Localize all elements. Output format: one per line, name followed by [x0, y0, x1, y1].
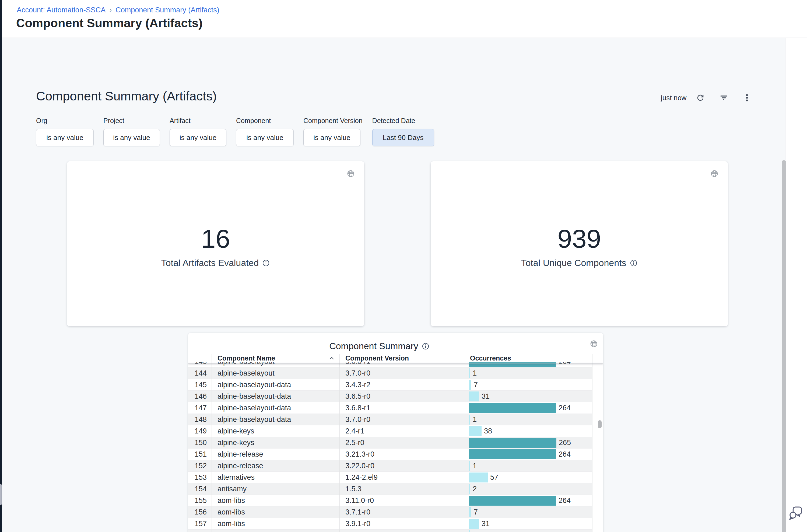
component-version-cell: 3.21.3-r0	[340, 450, 464, 458]
refresh-icon[interactable]	[695, 93, 706, 103]
table-row[interactable]: 152alpine-release3.22.0-r01	[188, 460, 592, 472]
occurrence-value: 265	[559, 439, 571, 447]
occurrence-value: 1	[473, 462, 477, 470]
row-index: 143	[188, 362, 212, 366]
table-row[interactable]: 146alpine-baselayout-data3.6.5-r031	[188, 391, 592, 402]
row-index: 152	[188, 462, 212, 470]
kebab-menu-icon[interactable]	[742, 93, 752, 103]
row-index: 153	[188, 473, 212, 482]
component-version-cell: 3.6.5-r0	[340, 392, 464, 401]
table-row[interactable]: 143alpine-baselayout3.6.8-r1264	[188, 362, 592, 367]
occurrence-value: 2	[473, 485, 477, 493]
filter-value-button[interactable]: Last 90 Days	[372, 129, 434, 146]
column-header-component-name[interactable]: Component Name	[212, 354, 340, 362]
filter-label: Component Version	[303, 117, 363, 125]
info-icon[interactable]	[630, 259, 638, 267]
component-name-cell: alternatives	[212, 473, 340, 482]
occurrence-bar	[469, 519, 479, 529]
row-index: 157	[188, 519, 212, 528]
filter-value-button[interactable]: is any value	[236, 129, 294, 146]
table-row[interactable]: 155aom-libs3.11.0-r0264	[188, 495, 592, 507]
table-row[interactable]: 157aom-libs3.9.1-r031	[188, 518, 592, 530]
component-version-cell: 3.6.8-r1	[340, 362, 464, 366]
tile-total-artifacts: 16 Total Artifacts Evaluated	[67, 161, 364, 326]
component-name-cell: aom-libs	[212, 508, 340, 516]
occurrences-cell: 2	[464, 530, 592, 532]
component-version-cell: 2.4-r1	[340, 427, 464, 435]
refresh-status: just now	[661, 93, 686, 102]
component-version-cell: 1.5.3	[340, 485, 464, 493]
nav-scrollbar-thumb[interactable]	[0, 484, 2, 505]
filter-group-component: Componentis any value	[236, 117, 294, 146]
breadcrumb-current-link[interactable]: Component Summary (Artifacts)	[115, 5, 219, 15]
tile-label: Total Unique Components	[521, 258, 626, 268]
component-name-cell: alpine-baselayout-data	[212, 381, 340, 389]
globe-icon[interactable]	[710, 169, 719, 178]
occurrences-cell: 264	[464, 362, 592, 367]
occurrences-cell: 264	[464, 449, 592, 460]
clipped-table-row: 143alpine-baselayout3.6.8-r1264	[188, 362, 592, 367]
table-scrollbar-thumb[interactable]	[598, 420, 602, 428]
component-name-cell: apacheds-all	[212, 531, 340, 532]
table-row[interactable]: 148alpine-baselayout-data3.7.0-r01	[188, 414, 592, 425]
table-row[interactable]: 156aom-libs3.7.1-r07	[188, 507, 592, 518]
breadcrumb-account-link[interactable]: Account: Automation-SSCA	[17, 5, 105, 15]
table-row[interactable]: 144alpine-baselayout3.7.0-r01	[188, 367, 592, 379]
filter-label: Detected Date	[372, 117, 434, 125]
row-index: 148	[188, 415, 212, 424]
component-name-cell: alpine-baselayout-data	[212, 404, 340, 412]
occurrence-bar	[469, 473, 488, 482]
component-version-cell: 3.7.0-r0	[340, 415, 464, 424]
occurrence-value: 1	[473, 369, 477, 378]
occurrence-value: 1	[473, 415, 477, 424]
table-row[interactable]: 150alpine-keys2.5-r0265	[188, 437, 592, 449]
page-scrollbar-thumb[interactable]	[782, 160, 786, 532]
row-index: 154	[188, 485, 212, 493]
occurrences-cell: 2	[464, 483, 592, 495]
occurrence-bar	[469, 484, 470, 494]
globe-icon[interactable]	[590, 340, 598, 348]
table-row[interactable]: 158apacheds-all1.5.52	[188, 530, 592, 532]
table-row[interactable]: 149alpine-keys2.4-r138	[188, 425, 592, 437]
table-row[interactable]: 154antisamy1.5.32	[188, 483, 592, 495]
occurrences-cell: 1	[464, 460, 592, 471]
row-index: 151	[188, 450, 212, 458]
dashboard-panel: Component Summary (Artifacts) just now O…	[2, 38, 786, 532]
filter-group-component-version: Component Versionis any value	[303, 117, 363, 146]
component-version-cell: 2.5-r0	[340, 439, 464, 447]
info-icon[interactable]	[262, 259, 270, 267]
info-icon[interactable]	[422, 342, 429, 350]
filter-value-button[interactable]: is any value	[170, 129, 226, 146]
filter-value-button[interactable]: is any value	[36, 129, 94, 146]
tile-total-unique-components: 939 Total Unique Components	[431, 161, 728, 326]
filter-value-button[interactable]: is any value	[303, 129, 361, 146]
occurrences-cell: 264	[464, 402, 592, 414]
occurrences-cell: 57	[464, 472, 592, 483]
globe-icon[interactable]	[346, 169, 355, 178]
occurrence-value: 2	[473, 531, 477, 532]
occurrence-value: 264	[559, 404, 571, 412]
table-row[interactable]: 147alpine-baselayout-data3.6.8-r1264	[188, 402, 592, 414]
occurrence-value: 264	[559, 496, 571, 505]
occurrence-bar	[469, 415, 470, 424]
component-name-cell: alpine-keys	[212, 439, 340, 447]
row-index: 146	[188, 392, 212, 401]
occurrence-value: 38	[484, 427, 492, 435]
occurrence-value: 31	[482, 392, 489, 401]
occurrences-cell: 7	[464, 379, 592, 391]
component-name-cell: antisamy	[212, 485, 340, 493]
occurrence-bar	[469, 426, 482, 436]
occurrence-bar	[469, 403, 556, 413]
column-header-occurrences[interactable]: Occurrences	[464, 354, 592, 362]
table-row[interactable]: 153alternatives1.24-2.el957	[188, 472, 592, 483]
table-row[interactable]: 145alpine-baselayout-data3.4.3-r27	[188, 379, 592, 391]
filter-value-button[interactable]: is any value	[103, 129, 160, 146]
table-row[interactable]: 151alpine-release3.21.3-r0264	[188, 449, 592, 460]
chat-bubbles-icon[interactable]	[788, 505, 804, 521]
component-version-cell: 3.11.0-r0	[340, 496, 464, 505]
occurrence-bar	[469, 449, 556, 459]
occurrence-value: 31	[482, 519, 489, 528]
occurrence-value: 264	[559, 362, 571, 366]
column-header-component-version[interactable]: Component Version	[340, 354, 464, 362]
filter-icon[interactable]	[719, 93, 729, 103]
